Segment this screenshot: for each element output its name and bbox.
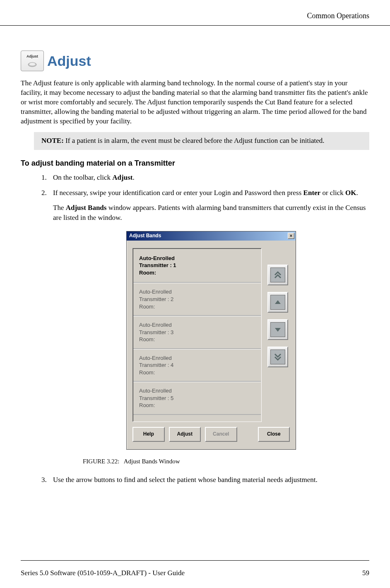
page-title: Adjust bbox=[47, 53, 91, 69]
dialog-footer: Help Adjust Cancel Close bbox=[127, 427, 296, 449]
adjust-bands-dialog: Adjust Bands × Auto-Enrolled Transmitter… bbox=[126, 231, 296, 450]
footer-left: Series 5.0 Software (0510-1059-A_DRAFT) … bbox=[21, 569, 185, 577]
step-3: Use the arrow buttons to find and select… bbox=[41, 475, 369, 485]
procedure-list: On the toolbar, click Adjust. If necessa… bbox=[21, 173, 369, 485]
dialog-body: Auto-Enrolled Transmitter : 1 Room: Auto… bbox=[127, 241, 296, 427]
list-item[interactable]: Auto-Enrolled Transmitter : 5 Room: bbox=[133, 382, 261, 415]
svg-point-1 bbox=[29, 63, 36, 66]
page-header: Common Operations bbox=[0, 0, 390, 26]
step-2: If necessary, swipe your identification … bbox=[41, 188, 369, 465]
section-title: Common Operations bbox=[307, 12, 370, 20]
scroll-up-button[interactable] bbox=[267, 292, 288, 313]
cancel-button[interactable]: Cancel bbox=[205, 427, 237, 442]
title-row: Adjust Adjust bbox=[21, 51, 369, 71]
list-item[interactable]: Auto-Enrolled Transmitter : 2 Room: bbox=[133, 283, 261, 316]
close-dialog-button[interactable]: Close bbox=[258, 427, 290, 442]
chevron-up-icon bbox=[273, 298, 282, 307]
adjust-button[interactable]: Adjust bbox=[169, 427, 201, 442]
dialog-title: Adjust Bands bbox=[129, 232, 161, 239]
step-2-continuation: The Adjust Bands window appears. Patient… bbox=[53, 203, 369, 223]
scroll-down-button[interactable] bbox=[267, 319, 288, 340]
double-chevron-up-icon bbox=[273, 270, 282, 280]
scroll-top-button[interactable] bbox=[267, 265, 288, 285]
intro-paragraph: The Adjust feature is only applicable wi… bbox=[21, 79, 369, 126]
list-item[interactable]: Auto-Enrolled Transmitter : 3 Room: bbox=[133, 316, 261, 349]
figure-wrap: Adjust Bands × Auto-Enrolled Transmitter… bbox=[53, 231, 369, 450]
chevron-down-icon bbox=[273, 325, 282, 334]
note-text: If a patient is in alarm, the event must… bbox=[64, 137, 325, 145]
close-button[interactable]: × bbox=[288, 233, 294, 239]
note-label: NOTE: bbox=[41, 137, 64, 145]
transmitter-icon bbox=[26, 59, 38, 68]
adjust-toolbar-icon: Adjust bbox=[21, 51, 44, 71]
list-item[interactable]: Auto-Enrolled Transmitter : 4 Room: bbox=[133, 349, 261, 382]
help-button[interactable]: Help bbox=[132, 427, 165, 442]
scroll-bottom-button[interactable] bbox=[267, 347, 288, 367]
page-number: 59 bbox=[362, 569, 369, 577]
scroll-buttons bbox=[267, 248, 290, 422]
list-item[interactable]: Auto-Enrolled Transmitter : 1 Room: bbox=[133, 249, 261, 283]
figure-caption: FIGURE 3.22: Adjust Bands Window bbox=[83, 457, 369, 466]
note-box: NOTE: If a patient is in alarm, the even… bbox=[34, 132, 369, 150]
adjust-icon-label: Adjust bbox=[26, 54, 38, 58]
procedure-heading: To adjust banding material on a Transmit… bbox=[21, 159, 369, 168]
double-chevron-down-icon bbox=[273, 352, 282, 361]
patient-list[interactable]: Auto-Enrolled Transmitter : 1 Room: Auto… bbox=[132, 248, 262, 422]
page-footer: Series 5.0 Software (0510-1059-A_DRAFT) … bbox=[21, 560, 369, 577]
step-1: On the toolbar, click Adjust. bbox=[41, 173, 369, 183]
close-icon: × bbox=[290, 233, 292, 239]
dialog-titlebar: Adjust Bands × bbox=[127, 231, 296, 241]
page-content: Adjust Adjust The Adjust feature is only… bbox=[0, 26, 390, 485]
